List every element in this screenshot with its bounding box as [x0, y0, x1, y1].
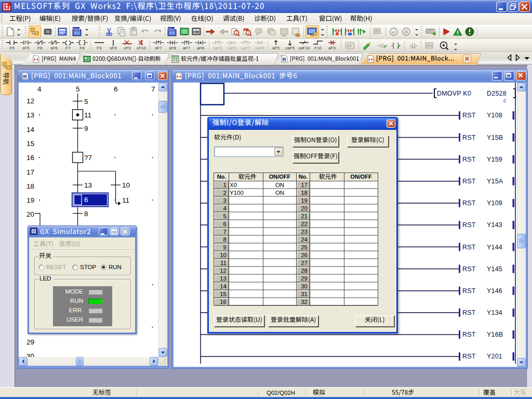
svg-text:DEV: DEV: [426, 44, 432, 47]
svg-text:ST: ST: [347, 44, 352, 48]
svg-text:HW: HW: [194, 30, 200, 34]
svg-text:Dev: Dev: [168, 28, 175, 31]
svg-text:Dev: Dev: [73, 28, 80, 31]
